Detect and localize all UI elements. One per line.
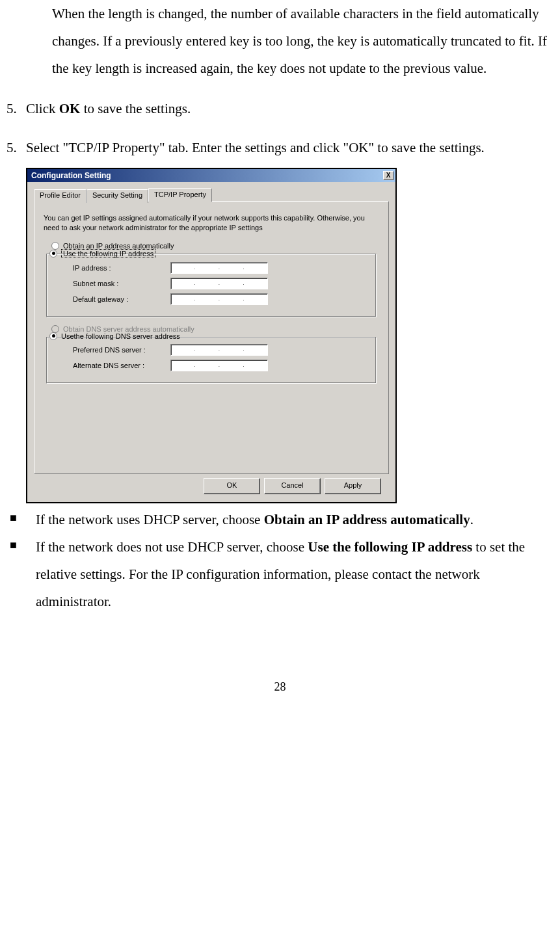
bullet-text: If the network uses DHCP server, choose … <box>36 506 553 533</box>
field-default-gateway: Default gateway : ... <box>73 293 369 305</box>
label-alt-dns: Alternate DNS server : <box>73 362 170 369</box>
window-title: Configuration Setting <box>31 171 111 180</box>
input-subnet[interactable]: ... <box>170 278 268 289</box>
ok-button[interactable]: OK <box>204 478 260 494</box>
bullet-icon: ■ <box>7 533 36 615</box>
bullet-dhcp: ■ If the network uses DHCP server, choos… <box>7 506 553 533</box>
field-subnet-mask: Subnet mask : ... <box>73 278 369 289</box>
step-number: 5. <box>7 95 26 122</box>
step-body: Select "TCP/IP Property" tab. Enter the … <box>26 134 553 161</box>
field-alternate-dns: Alternate DNS server : ... <box>73 360 369 371</box>
apply-button[interactable]: Apply <box>325 478 381 494</box>
input-alt-dns[interactable]: ... <box>170 360 268 371</box>
panel-description: You can get IP settings assigned automat… <box>44 213 379 233</box>
bullet-static-ip: ■ If the network does not use DHCP serve… <box>7 533 553 615</box>
text-bold-ok: OK <box>59 101 81 116</box>
radio-label: Use the following IP address <box>61 249 155 258</box>
radio-icon <box>49 332 57 340</box>
label-pref-dns: Preferred DNS server : <box>73 346 170 354</box>
step-number: 5. <box>7 134 26 161</box>
bullet-text: If the network does not use DHCP server,… <box>36 533 553 615</box>
input-ip[interactable]: ... <box>170 262 268 274</box>
label-subnet: Subnet mask : <box>73 280 170 287</box>
titlebar: Configuration Setting X <box>27 169 395 182</box>
fieldset-dns: Usethe following DNS server address Pref… <box>46 337 377 384</box>
field-ip-address: IP address : ... <box>73 262 369 274</box>
text-pre: If the network does not use DHCP server,… <box>36 539 308 555</box>
text-post: . <box>470 512 473 527</box>
radio-use-ip[interactable]: Use the following IP address <box>49 249 369 258</box>
cancel-button[interactable]: Cancel <box>264 478 321 494</box>
page-number: 28 <box>7 680 553 694</box>
fieldset-ip: Use the following IP address IP address … <box>46 254 377 317</box>
text-pre: Click <box>26 101 59 116</box>
text-bold: Use the following IP address <box>308 539 472 555</box>
configuration-setting-dialog: Configuration Setting X Profile Editor S… <box>26 168 397 503</box>
bullet-icon: ■ <box>7 506 36 533</box>
text-bold: Obtain an IP address automatically <box>264 512 470 527</box>
text-pre: If the network uses DHCP server, choose <box>36 512 264 527</box>
dialog-button-row: OK Cancel Apply <box>34 474 389 502</box>
label-ip: IP address : <box>73 264 170 272</box>
label-gateway: Default gateway : <box>73 295 170 303</box>
tab-security-setting[interactable]: Security Setting <box>87 189 148 203</box>
tab-tcpip-property[interactable]: TCP/IP Property <box>148 188 212 202</box>
step-5-click-ok: 5. Click OK to save the settings. <box>7 95 553 122</box>
step-body: Click OK to save the settings. <box>26 95 553 122</box>
radio-label: Usethe following DNS server address <box>61 332 180 340</box>
step-5-select-tab: 5. Select "TCP/IP Property" tab. Enter t… <box>7 134 553 161</box>
tab-strip: Profile Editor Security Setting TCP/IP P… <box>34 188 389 202</box>
field-preferred-dns: Preferred DNS server : ... <box>73 344 369 356</box>
input-pref-dns[interactable]: ... <box>170 344 268 356</box>
radio-use-dns[interactable]: Usethe following DNS server address <box>49 332 369 340</box>
close-icon[interactable]: X <box>383 171 393 180</box>
text-post: to save the settings. <box>80 101 191 116</box>
radio-icon <box>49 250 57 258</box>
paragraph-key-length: When the length is changed, the number o… <box>52 0 553 82</box>
tab-profile-editor[interactable]: Profile Editor <box>34 189 87 203</box>
input-gateway[interactable]: ... <box>170 293 268 305</box>
tab-panel-tcpip: You can get IP settings assigned automat… <box>34 201 389 474</box>
